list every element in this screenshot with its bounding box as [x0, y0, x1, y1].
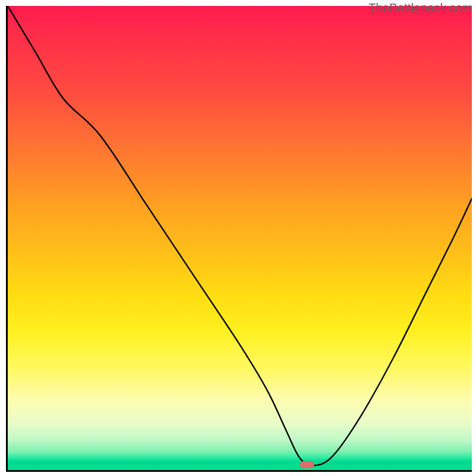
watermark-text: TheBottleneck.com — [368, 1, 472, 15]
chart-frame: TheBottleneck.com — [0, 0, 476, 476]
optimal-marker — [300, 461, 314, 468]
bottleneck-curve — [8, 6, 472, 470]
curve-path — [8, 6, 472, 465]
plot-area — [6, 6, 472, 472]
